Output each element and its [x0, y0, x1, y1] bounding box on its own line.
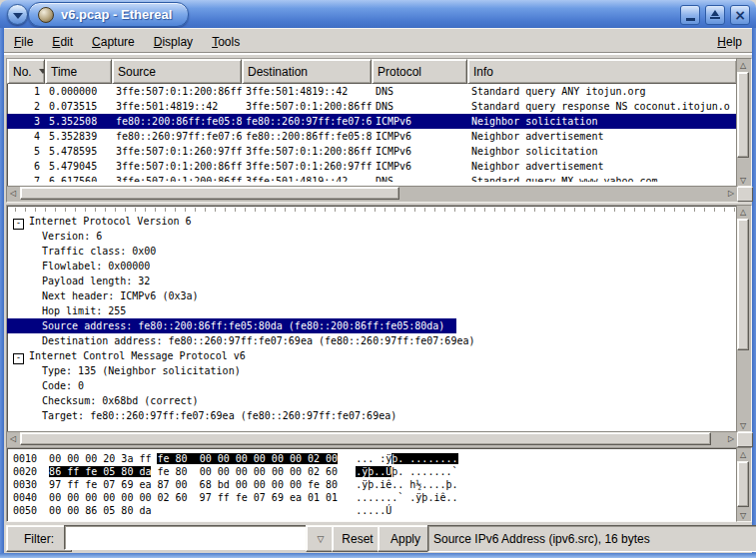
scrollbar-thumb[interactable]: [737, 461, 749, 507]
detail-row-text: Target: fe80::260:97ff:fe07:69ea (fe80::…: [7, 408, 396, 423]
detail-row[interactable]: Checksum: 0x68bd (correct): [7, 393, 737, 408]
hex-ascii: .....Ú: [356, 505, 391, 516]
hex-row[interactable]: 005000 00 86 05 80 da.....Ú: [13, 504, 737, 517]
minimize-button[interactable]: [680, 5, 700, 25]
hex-row[interactable]: 002086 ff fe 05 80 da fe 80 00 00 00 00 …: [13, 465, 737, 478]
maximize-button[interactable]: [705, 5, 725, 25]
cell-no: 2: [7, 99, 45, 114]
pane-resize-handle[interactable]: [737, 432, 753, 447]
column-header-protocol[interactable]: Protocol: [372, 59, 467, 84]
cell-source: 3ffe:501:4819::42: [112, 99, 242, 114]
detail-row[interactable]: Hop limit: 255: [7, 303, 737, 318]
window-menu-button[interactable]: [7, 4, 28, 25]
cell-protocol: DNS: [372, 84, 467, 99]
packet-row[interactable]: 45.352839fe80::260:97ff:fe07:6fe80::200:…: [7, 129, 737, 144]
hex-dump-rows: 001000 00 00 20 3a ff fe 80 00 00 00 00 …: [7, 448, 737, 517]
scroll-right-icon[interactable]: ▷: [725, 432, 737, 445]
detail-row[interactable]: Next header: ICMPv6 (0x3a): [7, 288, 737, 303]
menu-tools[interactable]: Tools: [212, 35, 240, 49]
menu-edit[interactable]: Edit: [52, 35, 73, 49]
hex-bytes-segment: 97 ff fe 07 69 ea 87 00 68 bd 00 00 00 0…: [49, 479, 338, 490]
scroll-up-icon[interactable]: △: [737, 448, 749, 460]
ethereal-app-icon: [38, 7, 54, 23]
packet-row[interactable]: 65.4790453ffe:507:0:1:200:86ff3ffe:507:0…: [7, 159, 737, 174]
hex-ascii-segment: ... :ÿ: [356, 453, 391, 464]
hex-ascii-highlight: .ÿþ..Ú: [356, 466, 391, 477]
reset-button[interactable]: Reset: [332, 525, 383, 552]
packet-row[interactable]: 55.4785953ffe:507:0:1:260:97ff3ffe:507:0…: [7, 144, 737, 159]
scrollbar-thumb[interactable]: [737, 219, 749, 350]
detail-row[interactable]: Code: 0: [7, 378, 737, 393]
hex-bytes-segment: 00 00 00 20 3a ff: [49, 453, 157, 464]
apply-button[interactable]: Apply: [378, 525, 433, 552]
hex-ascii-segment: .......` .ÿþ.iê..: [356, 492, 457, 503]
packet-row[interactable]: 35.352508fe80::200:86ff:fe05:8fe80::260:…: [7, 114, 737, 129]
detail-row[interactable]: -Internet Control Message Protocol v6: [7, 348, 737, 363]
hex-offset: 0010: [13, 452, 37, 465]
hex-row[interactable]: 001000 00 00 20 3a ff fe 80 00 00 00 00 …: [13, 452, 737, 465]
menu-display[interactable]: Display: [154, 35, 193, 49]
detail-row[interactable]: Traffic class: 0x00: [7, 244, 737, 259]
detail-row[interactable]: Type: 135 (Neighbor solicitation): [7, 363, 737, 378]
scroll-down-icon[interactable]: ▽: [737, 174, 749, 186]
detail-row[interactable]: Source address: fe80::200:86ff:fe05:80da…: [7, 318, 737, 333]
detail-row[interactable]: Flowlabel: 0x00000: [7, 259, 737, 274]
scroll-up-icon[interactable]: △: [737, 206, 749, 218]
cell-destination: 3ffe:507:0:1:260:97ff: [242, 159, 372, 174]
hex-dump-vscrollbar[interactable]: △▽: [736, 447, 752, 522]
scrollbar-thumb[interactable]: [20, 187, 399, 200]
hex-row[interactable]: 003097 ff fe 07 69 ea 87 00 68 bd 00 00 …: [13, 478, 737, 491]
detail-row[interactable]: Payload length: 32: [7, 274, 737, 288]
column-header-destination[interactable]: Destination: [242, 59, 372, 84]
cell-protocol: ICMPv6: [372, 129, 467, 144]
cell-destination: fe80::260:97ff:fe07:6: [242, 114, 372, 129]
packet-row[interactable]: 20.0735153ffe:501:4819::423ffe:507:0:1:2…: [7, 99, 737, 114]
cell-info: Neighbor solicitation: [467, 114, 737, 129]
scroll-down-icon[interactable]: ▽: [737, 419, 749, 431]
menu-capture[interactable]: Capture: [92, 35, 135, 49]
scrollbar-thumb[interactable]: [20, 432, 711, 445]
cell-time: 5.352508: [45, 114, 112, 129]
menu-help[interactable]: Help: [717, 35, 742, 49]
packet-list-vscrollbar[interactable]: △▽: [736, 58, 752, 187]
cell-protocol: ICMPv6: [372, 144, 467, 159]
hex-ascii: .......` .ÿþ.iê..: [356, 492, 457, 503]
title-bar[interactable]: v6.pcap - Ethereal ×: [0, 0, 756, 28]
close-button[interactable]: ×: [730, 5, 750, 25]
packet-list-hscrollbar[interactable]: ◁▷: [6, 186, 738, 203]
detail-row[interactable]: Destination address: fe80::260:97ff:fe07…: [7, 333, 737, 348]
filter-button[interactable]: Filter:: [6, 525, 72, 552]
detail-row-text: -Internet Protocol Version 6: [7, 214, 192, 229]
packet-row[interactable]: 10.0000003ffe:507:0:1:200:86ff3ffe:501:4…: [7, 84, 737, 99]
scroll-left-icon[interactable]: ◁: [7, 432, 19, 445]
column-header-source[interactable]: Source: [112, 59, 242, 84]
scrollbar-thumb[interactable]: [737, 72, 749, 158]
menu-file[interactable]: File: [14, 35, 33, 49]
column-header-no[interactable]: No.: [7, 59, 45, 84]
scroll-left-icon[interactable]: ◁: [7, 187, 19, 200]
column-header-time[interactable]: Time: [45, 59, 112, 84]
filter-input[interactable]: [64, 525, 310, 550]
cell-no: 4: [7, 129, 45, 144]
packet-detail-hscrollbar[interactable]: ◁▷: [6, 431, 738, 448]
cell-info: Neighbor solicitation: [467, 144, 737, 159]
hex-bytes-segment: 00 00 86 05 80 da: [49, 505, 151, 516]
packet-row[interactable]: 76.6175603ffe:507:0:1:200:86ff3ffe:501:4…: [7, 174, 737, 182]
packet-list-pane: No.TimeSourceDestinationProtocolInfo 10.…: [6, 58, 738, 187]
column-header-info[interactable]: Info: [467, 59, 737, 84]
scroll-right-icon[interactable]: ▷: [725, 187, 737, 200]
tree-ruler: [15, 208, 737, 212]
detail-row[interactable]: Version: 6: [7, 229, 737, 244]
column-header-label: Source: [118, 65, 156, 79]
client-area: FileEditCaptureDisplayTools Help No.Time…: [4, 28, 752, 553]
chevron-down-icon: [13, 13, 23, 19]
packet-detail-vscrollbar[interactable]: △▽: [736, 205, 752, 432]
menu-bar-items: FileEditCaptureDisplayTools: [4, 35, 240, 49]
scroll-down-icon[interactable]: ▽: [737, 509, 749, 521]
detail-row[interactable]: Target: fe80::260:97ff:fe07:69ea (fe80::…: [7, 408, 737, 423]
hex-row[interactable]: 004000 00 00 00 00 00 02 60 97 ff fe 07 …: [13, 491, 737, 504]
detail-row[interactable]: -Internet Protocol Version 6: [7, 214, 737, 229]
hex-bytes: 97 ff fe 07 69 ea 87 00 68 bd 00 00 00 0…: [49, 478, 338, 491]
pane-resize-handle[interactable]: [737, 187, 753, 202]
scroll-up-icon[interactable]: △: [737, 59, 749, 71]
